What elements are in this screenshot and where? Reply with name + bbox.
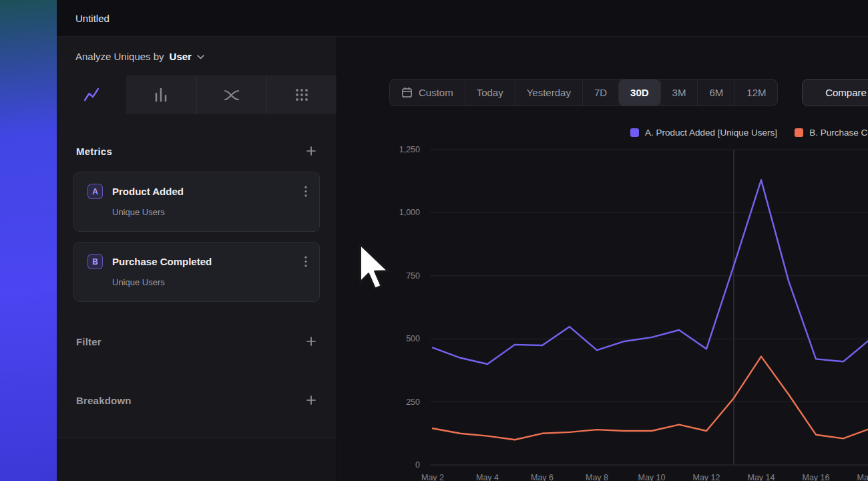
tab-flows[interactable] (196, 75, 266, 114)
range-label: Today (477, 87, 503, 98)
compare-button[interactable]: Compare (802, 79, 868, 106)
metrics-title: Metrics (76, 146, 112, 157)
range-custom[interactable]: Custom (390, 79, 465, 106)
x-axis-label: May 12 (693, 473, 720, 481)
report-title[interactable]: Untitled (75, 13, 110, 24)
sidebar: Analyze Uniques by User (57, 37, 337, 481)
chevron-down-icon (197, 55, 204, 59)
range-6m[interactable]: 6M (697, 79, 734, 106)
x-axis-label: May 2 (421, 473, 444, 481)
add-metric-button[interactable] (305, 145, 317, 157)
y-axis-label: 1,000 (399, 208, 420, 217)
series-line-b[interactable] (433, 357, 868, 440)
metric-title: Product Added (112, 186, 184, 197)
topbar: Untitled (57, 0, 868, 37)
legend-item[interactable]: A. Product Added [Unique Users] (630, 128, 777, 138)
kebab-menu-icon[interactable] (304, 186, 307, 197)
range-label: 6M (709, 87, 723, 98)
y-axis-label: 1,250 (399, 145, 420, 154)
range-label: 12M (746, 87, 766, 98)
range-label: 3M (672, 87, 686, 98)
y-axis-label: 250 (406, 397, 420, 407)
range-3m[interactable]: 3M (660, 79, 698, 106)
x-axis-label: May 16 (803, 473, 830, 481)
legend-item[interactable]: B. Purchase Completed [Unique Users] (795, 128, 868, 138)
tab-insights-line[interactable] (57, 75, 126, 114)
left-accent-strip (0, 0, 57, 481)
plus-icon (305, 394, 317, 406)
metric-card-b[interactable]: BPurchase CompletedUnique Users (73, 242, 320, 302)
x-axis-label: May 10 (638, 473, 666, 481)
analyze-by-control[interactable]: Analyze Uniques by User (57, 37, 337, 75)
range-today[interactable]: Today (465, 79, 515, 106)
add-filter-button[interactable] (305, 335, 317, 347)
range-label: Custom (419, 87, 453, 98)
chart-panel: 02505007501,0001,250May 2May 4May 6May 8… (338, 37, 868, 481)
range-yesterday[interactable]: Yesterday (515, 79, 582, 106)
y-axis-label: 0 (415, 460, 420, 470)
metric-card-list: AProduct AddedUnique UsersBPurchase Comp… (57, 172, 337, 302)
series-line-a[interactable] (433, 180, 868, 364)
x-axis-label: May 4 (476, 473, 499, 481)
bar-chart-icon (152, 87, 170, 103)
filter-title: Filter (76, 336, 101, 347)
breakdown-title: Breakdown (76, 395, 132, 406)
range-30d[interactable]: 30D (618, 79, 660, 106)
x-axis-label: May 14 (748, 473, 775, 481)
metrics-section-header: Metrics (57, 144, 337, 158)
metric-title: Purchase Completed (112, 256, 212, 267)
plus-icon (305, 335, 317, 347)
analyze-label: Analyze Uniques by (75, 51, 164, 62)
range-label: 30D (630, 87, 649, 98)
grid-dots-icon (293, 87, 310, 103)
calendar-icon (401, 87, 413, 98)
add-breakdown-button[interactable] (305, 394, 317, 406)
legend-label: A. Product Added [Unique Users] (645, 128, 777, 138)
flows-icon (223, 87, 240, 103)
tab-bar-chart[interactable] (126, 75, 196, 114)
y-axis-label: 750 (406, 271, 420, 281)
plus-icon (305, 145, 317, 157)
metric-subtitle: Unique Users (112, 207, 307, 217)
metric-badge: B (87, 254, 103, 269)
x-axis-label: May 18 (857, 473, 868, 481)
range-12m[interactable]: 12M (734, 79, 777, 106)
chart-legend: A. Product Added [Unique Users]B. Purcha… (630, 128, 868, 138)
view-type-tabs (57, 75, 337, 114)
date-range-picker: CustomTodayYesterday7D30D3M6M12M (389, 79, 778, 106)
legend-label: B. Purchase Completed [Unique Users] (809, 128, 868, 138)
legend-swatch (630, 128, 639, 137)
x-axis-label: May 6 (531, 473, 554, 481)
legend-swatch (795, 128, 803, 137)
breakdown-section-header: Breakdown (57, 393, 337, 408)
y-axis-label: 500 (406, 334, 420, 343)
metric-subtitle: Unique Users (112, 277, 307, 287)
sidebar-footer (57, 438, 337, 481)
line-chart-icon (83, 87, 100, 103)
range-label: Yesterday (527, 87, 571, 98)
metric-badge: A (87, 184, 103, 199)
range-label: 7D (594, 87, 607, 98)
metric-card-a[interactable]: AProduct AddedUnique Users (73, 172, 320, 232)
analyze-value-dropdown[interactable]: User (170, 51, 192, 62)
filter-section-header: Filter (57, 334, 337, 349)
tab-retention-grid[interactable] (266, 75, 337, 114)
range-7d[interactable]: 7D (582, 79, 618, 106)
x-axis-label: May 8 (586, 473, 608, 481)
app-root: Untitled Analyze Uniques by User (0, 0, 868, 481)
kebab-menu-icon[interactable] (304, 256, 307, 267)
